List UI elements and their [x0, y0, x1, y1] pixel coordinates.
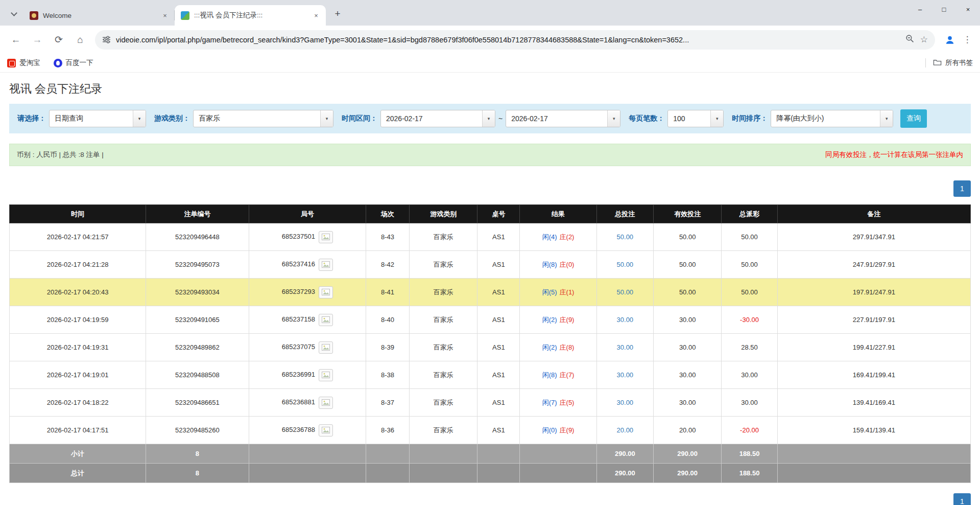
- tab-close-icon[interactable]: ×: [160, 11, 170, 20]
- table-row: 2026-02-17 04:19:59 523209491065 6852371…: [10, 306, 971, 334]
- chevron-down-icon[interactable]: ▾: [482, 110, 495, 127]
- round-image-button[interactable]: [319, 424, 333, 437]
- record-favicon-icon: [181, 11, 189, 20]
- cell-payout: 28.50: [722, 334, 777, 361]
- col-table-no: 桌号: [477, 205, 520, 223]
- bookmark-taobao[interactable]: 爱淘宝: [7, 58, 40, 67]
- chevron-down-icon[interactable]: ▾: [880, 110, 893, 127]
- round-image-button[interactable]: [319, 397, 333, 409]
- page-1-button-bottom[interactable]: 1: [953, 493, 971, 505]
- cell-game: 百家乐: [409, 306, 477, 334]
- back-button[interactable]: ←: [7, 31, 25, 49]
- round-image-button[interactable]: [319, 341, 333, 354]
- reload-button[interactable]: ⟳: [50, 31, 68, 49]
- result-player: 闲(5): [542, 288, 557, 296]
- round-image-button[interactable]: [319, 314, 333, 326]
- search-button[interactable]: 查询: [900, 109, 927, 128]
- table-row: 2026-02-17 04:21:28 523209495073 6852374…: [10, 251, 971, 279]
- forward-button[interactable]: →: [28, 31, 46, 49]
- site-settings-icon[interactable]: [102, 35, 111, 44]
- profile-avatar[interactable]: [941, 31, 959, 49]
- round-image-button[interactable]: [319, 231, 333, 243]
- browser-menu-icon[interactable]: ⋮: [960, 31, 975, 49]
- chevron-down-icon[interactable]: ▾: [320, 110, 333, 127]
- tab-bet-record[interactable]: :::视讯 会员下注纪录::: ×: [175, 5, 326, 26]
- bookmarks-bar: 爱淘宝 百度一下 所有书签: [0, 54, 980, 73]
- tab-close-icon[interactable]: ×: [312, 11, 321, 20]
- cell-session: 8-43: [366, 223, 410, 251]
- total-bet-link[interactable]: 50.00: [617, 261, 634, 268]
- cell-game: 百家乐: [409, 417, 477, 444]
- cell-note: 169.41/199.41: [777, 361, 970, 389]
- chevron-down-icon[interactable]: ▾: [710, 110, 723, 127]
- total-bet-link[interactable]: 30.00: [617, 316, 634, 324]
- subtotal-valid-bet: 290.00: [653, 444, 722, 464]
- total-bet-link[interactable]: 50.00: [617, 288, 634, 296]
- round-image-button[interactable]: [319, 286, 333, 299]
- table-row: 2026-02-17 04:19:01 523209488508 6852369…: [10, 361, 971, 389]
- all-bookmarks-label: 所有书签: [945, 58, 973, 67]
- cell-result: 闲(7)庄(5): [520, 389, 597, 417]
- tab-bar: Welcome × :::视讯 会员下注纪录::: × + – □ ×: [0, 0, 980, 26]
- cell-note: 159.41/139.41: [777, 417, 970, 444]
- total-bet-link[interactable]: 30.00: [617, 343, 634, 351]
- total-bet-link[interactable]: 30.00: [617, 371, 634, 379]
- cell-round: 685237075: [249, 334, 366, 361]
- cell-game: 百家乐: [409, 389, 477, 417]
- cell-valid-bet: 30.00: [653, 306, 722, 334]
- window-maximize-button[interactable]: □: [932, 0, 956, 18]
- new-tab-button[interactable]: +: [330, 6, 345, 21]
- cell-round: 685237501: [249, 223, 366, 251]
- pagination-top: 1: [9, 180, 971, 197]
- cell-payout: -20.00: [722, 417, 777, 444]
- result-player: 闲(8): [542, 261, 557, 268]
- total-bet-link[interactable]: 20.00: [617, 426, 634, 434]
- query-type-select[interactable]: 日期查询 ▾: [49, 110, 146, 127]
- date-to-select[interactable]: 2026-02-17 ▾: [506, 110, 620, 127]
- result-banker: 庄(5): [560, 399, 575, 406]
- round-image-button[interactable]: [319, 369, 333, 381]
- url-text[interactable]: videoie.com/ipl/portal.php/game/betrecor…: [116, 36, 900, 44]
- bookmark-baidu[interactable]: 百度一下: [54, 58, 93, 67]
- bookmark-star-icon[interactable]: ☆: [920, 34, 928, 45]
- cell-round: 685237158: [249, 306, 366, 334]
- cell-time: 2026-02-17 04:20:43: [10, 279, 146, 306]
- chevron-down-icon[interactable]: ▾: [607, 110, 620, 127]
- cell-total-bet: 30.00: [596, 334, 653, 361]
- cell-total-bet: 30.00: [596, 361, 653, 389]
- cell-note: 297.91/347.91: [777, 223, 970, 251]
- page-1-button[interactable]: 1: [953, 180, 971, 197]
- chevron-down-icon[interactable]: ▾: [133, 110, 146, 127]
- total-row: 总计 8 290.00 290.00 188.50: [10, 464, 971, 483]
- time-sort-select[interactable]: 降幂(由大到小) ▾: [771, 110, 893, 127]
- window-close-button[interactable]: ×: [956, 0, 980, 18]
- address-bar[interactable]: videoie.com/ipl/portal.php/game/betrecor…: [95, 30, 935, 50]
- total-bet-link[interactable]: 30.00: [617, 399, 634, 406]
- cell-result: 闲(8)庄(0): [520, 251, 597, 279]
- zoom-icon[interactable]: [905, 34, 914, 45]
- table-row: 2026-02-17 04:20:43 523209493034 6852372…: [10, 279, 971, 306]
- table-row: 2026-02-17 04:19:31 523209489862 6852370…: [10, 334, 971, 361]
- cell-table-no: AS1: [477, 417, 520, 444]
- cell-total-bet: 20.00: [596, 417, 653, 444]
- table-header-row: 时间 注单编号 局号 场次 游戏类别 桌号 结果 总投注 有效投注 总派彩 备注: [10, 205, 971, 223]
- total-bet-link[interactable]: 50.00: [617, 233, 634, 241]
- tab-search-button[interactable]: [6, 6, 21, 21]
- cell-total-bet: 50.00: [596, 223, 653, 251]
- total-count: 8: [146, 464, 249, 483]
- select-type-label: 请选择：: [17, 114, 46, 123]
- cell-table-no: AS1: [477, 389, 520, 417]
- result-banker: 庄(9): [560, 316, 575, 324]
- all-bookmarks-button[interactable]: 所有书签: [933, 58, 973, 67]
- page-size-select[interactable]: 100 ▾: [667, 110, 724, 127]
- date-from-select[interactable]: 2026-02-17 ▾: [380, 110, 495, 127]
- browser-toolbar: ← → ⟳ ⌂ videoie.com/ipl/portal.php/game/…: [0, 26, 980, 54]
- cell-game: 百家乐: [409, 334, 477, 361]
- game-type-select[interactable]: 百家乐 ▾: [193, 110, 333, 127]
- home-button[interactable]: ⌂: [71, 31, 89, 49]
- round-image-button[interactable]: [319, 259, 333, 271]
- window-minimize-button[interactable]: –: [908, 0, 932, 18]
- tab-welcome[interactable]: Welcome ×: [23, 5, 175, 26]
- cell-payout: 50.00: [722, 279, 777, 306]
- payout-value: 50.00: [741, 233, 758, 241]
